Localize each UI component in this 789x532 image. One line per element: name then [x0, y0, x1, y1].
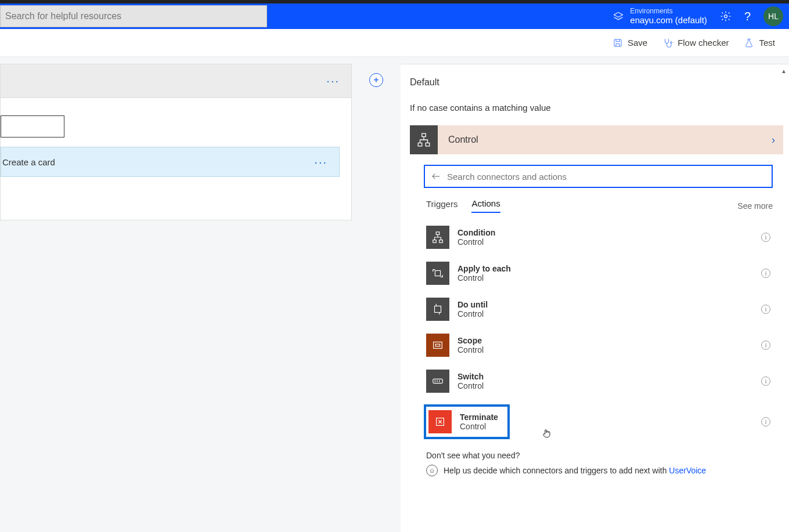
control-banner[interactable]: Control › [410, 125, 783, 154]
environment-label: Environments [630, 7, 707, 15]
tabs-row: Triggers Actions See more [424, 198, 773, 213]
action-sub: Control [457, 237, 753, 247]
environment-icon [613, 10, 624, 22]
action-title: Condition [457, 228, 753, 237]
avatar[interactable]: HL [763, 6, 783, 26]
action-sub: Control [460, 422, 505, 431]
apply-to-each-icon [426, 262, 449, 285]
svg-rect-9 [435, 270, 440, 276]
right-panel: ▲ Default If no case contains a matching… [401, 64, 789, 532]
save-label: Save [628, 38, 647, 48]
scope-icon [426, 334, 449, 357]
left-card-header: ··· [1, 64, 351, 98]
switch-icon [426, 370, 449, 393]
info-icon[interactable]: i [761, 269, 770, 278]
back-arrow-icon[interactable] [431, 171, 441, 182]
svg-point-0 [724, 15, 727, 18]
action-sub: Control [457, 309, 753, 319]
panel-title: Default [410, 77, 783, 88]
condition-icon [426, 226, 449, 249]
scroll-up-icon[interactable]: ▲ [781, 68, 787, 74]
svg-rect-6 [436, 232, 439, 235]
action-sub: Control [457, 381, 753, 390]
stethoscope-icon [662, 38, 673, 48]
action-title: Do until [457, 300, 753, 309]
test-button[interactable]: Test [744, 38, 775, 48]
action-title: Switch [457, 372, 753, 381]
svg-point-2 [671, 41, 672, 43]
footer-help-text: Help us decide which connectors and trig… [444, 466, 669, 475]
action-title: Scope [457, 336, 753, 345]
action-item-do-until[interactable]: Do until Control i [424, 296, 773, 322]
info-icon[interactable]: i [761, 305, 770, 314]
chevron-right-icon: › [772, 134, 775, 146]
svg-rect-10 [435, 306, 441, 313]
control-icon [410, 125, 438, 154]
flask-icon [744, 38, 754, 48]
svg-rect-5 [426, 143, 430, 146]
card-value-input[interactable] [1, 115, 64, 137]
action-item-switch[interactable]: Switch Control i [424, 368, 773, 394]
action-title: Apply to each [457, 264, 753, 273]
smiley-icon: ☺ [426, 465, 438, 476]
tab-triggers[interactable]: Triggers [426, 199, 457, 212]
svg-rect-13 [433, 379, 443, 383]
control-label: Control [448, 135, 761, 145]
uservoice-link[interactable]: UserVoice [669, 466, 706, 475]
help-icon[interactable]: ? [744, 10, 751, 23]
svg-rect-1 [614, 39, 621, 46]
footer-help: Don't see what you need? ☺ Help us decid… [424, 451, 773, 476]
info-icon[interactable]: i [761, 377, 770, 386]
action-item-apply-to-each[interactable]: Apply to each Control i [424, 260, 773, 286]
do-until-icon [426, 298, 449, 321]
save-button[interactable]: Save [613, 38, 647, 48]
create-card-label: Create a card [1, 157, 55, 167]
action-item-scope[interactable]: Scope Control i [424, 332, 773, 358]
gear-icon[interactable] [720, 10, 732, 22]
action-title: Terminate [460, 412, 505, 422]
canvas: ··· Create a card ··· + ▲ Default If no … [0, 57, 789, 532]
action-item-terminate[interactable]: Terminate Control [424, 404, 510, 439]
environment-name: enayu.com (default) [630, 15, 707, 26]
terminate-icon [428, 410, 452, 433]
add-step-button[interactable]: + [369, 73, 383, 87]
action-item-terminate-row: Terminate Control i [424, 404, 773, 439]
panel-help-text: If no case contains a matching value [410, 103, 783, 113]
footer-question: Don't see what you need? [426, 451, 773, 460]
info-icon[interactable]: i [761, 341, 770, 350]
environment-selector[interactable]: Environments enayu.com (default) [613, 7, 707, 26]
cursor-hand-icon [541, 428, 552, 441]
create-card-action[interactable]: Create a card ··· [1, 147, 340, 177]
svg-rect-7 [433, 240, 437, 243]
action-menu-button[interactable]: ··· [314, 155, 327, 169]
card-menu-button[interactable]: ··· [326, 74, 340, 88]
info-icon[interactable]: i [761, 233, 770, 242]
flow-checker-label: Flow checker [678, 38, 729, 48]
save-icon [613, 38, 623, 48]
tab-actions[interactable]: Actions [471, 198, 500, 213]
left-card: ··· Create a card ··· [0, 64, 352, 220]
search-connectors-row [424, 165, 773, 188]
action-sub: Control [457, 345, 753, 354]
svg-rect-12 [435, 344, 439, 346]
svg-rect-11 [434, 342, 442, 349]
search-input[interactable] [0, 5, 267, 27]
flow-checker-button[interactable]: Flow checker [662, 38, 729, 48]
top-bar: Environments enayu.com (default) ? HL [0, 0, 789, 29]
search-connectors-input[interactable] [447, 172, 766, 182]
action-item-condition[interactable]: Condition Control i [424, 225, 773, 250]
see-more-link[interactable]: See more [737, 201, 773, 211]
svg-rect-8 [439, 240, 443, 243]
svg-rect-4 [418, 143, 422, 146]
info-icon[interactable]: i [761, 417, 770, 426]
action-list: Condition Control i Apply to each Contro… [424, 225, 773, 439]
test-label: Test [759, 38, 775, 48]
svg-rect-3 [422, 133, 426, 136]
action-sub: Control [457, 273, 753, 283]
toolbar: Save Flow checker Test [0, 29, 789, 57]
